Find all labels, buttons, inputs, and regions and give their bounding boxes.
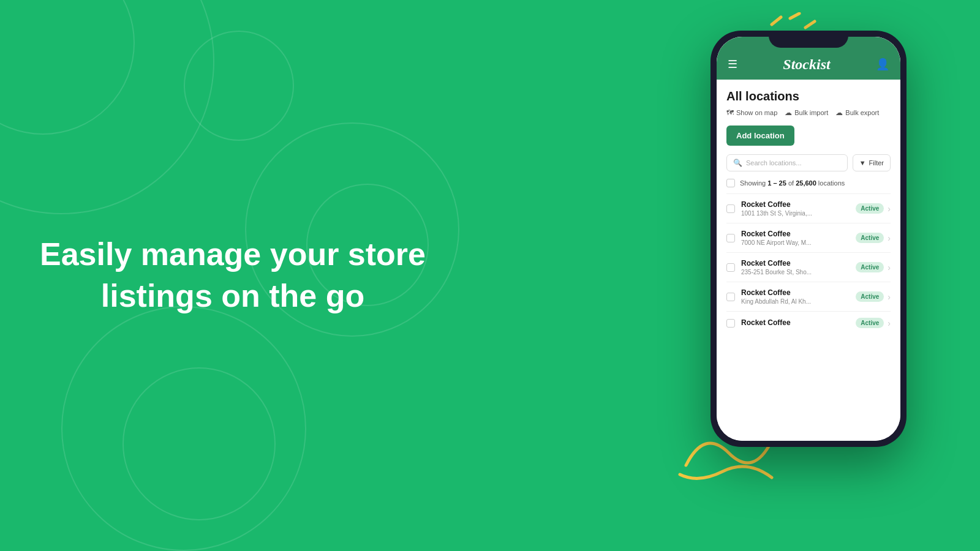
item-checkbox-4[interactable] — [726, 293, 735, 301]
item-right-3: Active › — [856, 262, 891, 272]
phone-mockup: ☰ Stockist 👤 All locations 🗺 Show on map — [710, 31, 907, 422]
show-on-map-link[interactable]: 🗺 Show on map — [726, 108, 777, 117]
user-icon[interactable]: 👤 — [876, 58, 889, 71]
search-filter-row: 🔍 Search locations... ▼ Filter — [726, 154, 891, 171]
svg-line-2 — [805, 21, 815, 28]
app-body: All locations 🗺 Show on map ☁ Bulk impor… — [717, 80, 900, 344]
menu-icon[interactable]: ☰ — [728, 59, 737, 70]
status-badge-5: Active — [856, 318, 884, 328]
item-right-2: Active › — [856, 233, 891, 243]
bulk-export-label: Bulk export — [845, 109, 879, 116]
chevron-right-icon-3: › — [888, 263, 891, 272]
item-right-4: Active › — [856, 291, 891, 302]
item-info-5: Rocket Coffee — [741, 318, 850, 328]
show-on-map-label: Show on map — [736, 109, 777, 116]
location-item[interactable]: Rocket Coffee King Abdullah Rd, Al Kh...… — [726, 282, 891, 311]
item-info-1: Rocket Coffee 1001 13th St S, Virginia,.… — [741, 200, 850, 217]
status-badge-3: Active — [856, 262, 884, 272]
item-checkbox-3[interactable] — [726, 263, 735, 272]
phone-notch — [769, 31, 848, 48]
item-right-5: Active › — [856, 318, 891, 328]
showing-text: Showing 1 – 25 of 25,600 locations — [740, 179, 845, 187]
item-address-2: 7000 NE Airport Way, M... — [741, 239, 850, 246]
hero-section: Easily manage your store listings on the… — [0, 0, 466, 551]
location-item[interactable]: Rocket Coffee 235-251 Bourke St, Sho... … — [726, 252, 891, 282]
hero-heading: Easily manage your store listings on the… — [37, 234, 429, 317]
select-all-checkbox[interactable] — [726, 179, 735, 187]
svg-line-1 — [790, 13, 799, 18]
filter-icon: ▼ — [859, 159, 866, 167]
location-item[interactable]: Rocket Coffee 1001 13th St S, Virginia,.… — [726, 193, 891, 223]
item-name-3: Rocket Coffee — [741, 259, 850, 268]
item-info-2: Rocket Coffee 7000 NE Airport Way, M... — [741, 230, 850, 246]
item-info-3: Rocket Coffee 235-251 Bourke St, Sho... — [741, 259, 850, 276]
bulk-import-link[interactable]: ☁ Bulk import — [785, 108, 828, 117]
item-right-1: Active › — [856, 203, 891, 214]
status-badge-2: Active — [856, 233, 884, 243]
item-address-4: King Abdullah Rd, Al Kh... — [741, 298, 850, 305]
chevron-right-icon-4: › — [888, 292, 891, 302]
phone-screen: ☰ Stockist 👤 All locations 🗺 Show on map — [717, 37, 900, 441]
action-links: 🗺 Show on map ☁ Bulk import ☁ Bulk expor… — [726, 108, 891, 117]
showing-total: 25,600 — [796, 179, 816, 187]
add-location-button[interactable]: Add location — [726, 126, 794, 146]
showing-row: Showing 1 – 25 of 25,600 locations — [726, 179, 891, 187]
status-badge-4: Active — [856, 291, 884, 302]
search-icon: 🔍 — [733, 159, 742, 167]
item-name-2: Rocket Coffee — [741, 230, 850, 238]
map-icon: 🗺 — [726, 108, 734, 117]
import-icon: ☁ — [785, 108, 792, 117]
chevron-right-icon-5: › — [888, 318, 891, 328]
item-address-1: 1001 13th St S, Virginia,... — [741, 210, 850, 217]
filter-label: Filter — [869, 159, 884, 167]
status-badge-1: Active — [856, 203, 884, 214]
item-checkbox-2[interactable] — [726, 234, 735, 242]
app-content: ☰ Stockist 👤 All locations 🗺 Show on map — [717, 37, 900, 441]
app-logo: Stockist — [783, 56, 830, 73]
item-checkbox-1[interactable] — [726, 204, 735, 213]
location-item[interactable]: Rocket Coffee 7000 NE Airport Way, M... … — [726, 223, 891, 252]
phone-frame: ☰ Stockist 👤 All locations 🗺 Show on map — [710, 31, 907, 447]
svg-line-0 — [772, 17, 781, 24]
search-box[interactable]: 🔍 Search locations... — [726, 154, 848, 171]
chevron-right-icon-2: › — [888, 233, 891, 243]
location-item[interactable]: Rocket Coffee Active › — [726, 311, 891, 334]
item-name-5: Rocket Coffee — [741, 318, 850, 327]
item-name-4: Rocket Coffee — [741, 288, 850, 297]
item-name-1: Rocket Coffee — [741, 200, 850, 209]
item-checkbox-5[interactable] — [726, 319, 735, 328]
bulk-export-link[interactable]: ☁ Bulk export — [835, 108, 879, 117]
item-info-4: Rocket Coffee King Abdullah Rd, Al Kh... — [741, 288, 850, 305]
item-address-3: 235-251 Bourke St, Sho... — [741, 269, 850, 276]
filter-button[interactable]: ▼ Filter — [853, 154, 891, 171]
location-list: Rocket Coffee 1001 13th St S, Virginia,.… — [726, 193, 891, 334]
chevron-right-icon-1: › — [888, 204, 891, 214]
showing-range: 1 – 25 — [767, 179, 786, 187]
bulk-import-label: Bulk import — [794, 109, 828, 116]
export-icon: ☁ — [835, 108, 843, 117]
search-input[interactable]: Search locations... — [746, 159, 802, 167]
page-title: All locations — [726, 89, 891, 103]
